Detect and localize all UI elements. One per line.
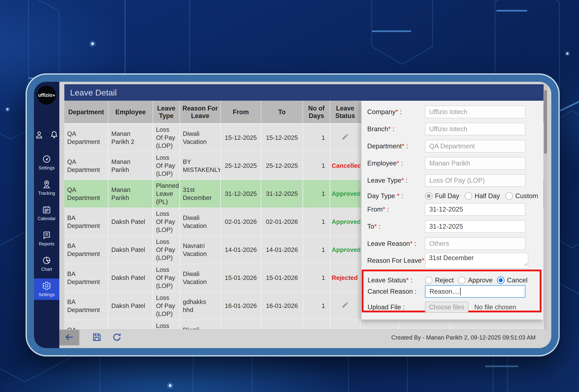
employee-field: Manan Parikh [425, 157, 525, 169]
edit-pencil-icon[interactable] [342, 303, 349, 310]
column-header: To [261, 101, 303, 124]
gear-icon [42, 281, 51, 290]
sidebar-item-settings-dashboard[interactable]: Settings [34, 152, 59, 173]
cell: 14-01-2026 [221, 236, 261, 264]
to-label: To* : [367, 223, 380, 230]
cell: Loss Of Pay (LOP) [153, 208, 180, 236]
column-header: Department [64, 101, 108, 124]
cell: Diwali Vacation [180, 320, 221, 329]
leave-status-cell: Approved [330, 180, 361, 208]
cell: Manan Parikh 2 [108, 124, 153, 152]
cell: 1 [303, 152, 330, 180]
required-asterisk: * [397, 160, 399, 167]
cell: Navratri Vacation [180, 236, 221, 264]
leave-status-cell: Cancelled [330, 152, 361, 180]
cancel-reason-row: Cancel Reason : Reason.... [363, 285, 540, 298]
sidebar-item-chart[interactable]: Chart [34, 253, 59, 275]
cell: Diwali Vacation [180, 208, 221, 236]
sidebar-item-calendar[interactable]: Calendar [34, 202, 59, 224]
day-type-radio-group: Full Day Half Day Custom [425, 191, 538, 201]
cell: Daksh Patel [108, 292, 153, 320]
sidebar-item-label: Reports [39, 241, 55, 246]
cell: Loss Of Pay (LOP) [153, 264, 180, 292]
cell: Daksh Patel [108, 236, 153, 264]
leave-reason-row: Leave Reason* : Others [361, 237, 543, 250]
cell: 15-01-2026 [221, 264, 261, 292]
back-button[interactable] [59, 330, 79, 345]
column-header: Leave Status [330, 101, 361, 124]
leave-status-cell[interactable] [330, 292, 361, 320]
required-asterisk: * [388, 125, 391, 133]
column-header: Reason For Leave [180, 101, 221, 124]
leave-status-option-reject[interactable]: Reject [425, 277, 454, 284]
cell: 1 [303, 236, 330, 264]
leave-status-option-approve[interactable]: Approve [458, 277, 493, 284]
day-type-option-half-day[interactable]: Half Day [465, 192, 500, 200]
logo-arrow-icon: » [53, 93, 55, 98]
sidebar-item-reports[interactable]: Reports [34, 228, 59, 249]
required-asterisk: * [406, 277, 409, 284]
cancel-reason-input[interactable]: Reason.... [425, 285, 525, 298]
leave-status-cell: Approved [330, 236, 361, 264]
resize-handle-icon[interactable] [524, 260, 527, 268]
sidebar-item-settings[interactable]: Settings [34, 279, 59, 300]
leave-status-option-cancel[interactable]: Cancel [497, 277, 527, 284]
cell [261, 320, 303, 329]
cell-hidden [450, 320, 545, 329]
app-window: uffizio» Settings [27, 75, 559, 355]
from-label: From* : [367, 206, 389, 213]
cell: Planned Leave (PL) [153, 180, 180, 208]
page-title: Leave Detail [70, 88, 117, 98]
branch-label: Branch* : [367, 125, 394, 133]
cell: 16-01-2026 [261, 292, 303, 320]
from-row: From* : 31-12-2025 [361, 203, 543, 216]
to-date-field[interactable]: 31-12-2025 [425, 220, 525, 233]
refresh-button[interactable] [107, 330, 127, 345]
required-asterisk: * [397, 192, 399, 200]
cancel-reason-label: Cancel Reason : [367, 288, 417, 295]
save-button[interactable] [87, 330, 107, 345]
column-header: Employee [108, 101, 153, 124]
cell: 1 [303, 208, 330, 236]
sidebar-item-tracking[interactable]: Tracking [34, 177, 59, 199]
choose-files-button[interactable]: Choose files [425, 302, 468, 313]
cell: Loss Of Pay (LOP) [153, 320, 180, 329]
cell: 1 [303, 292, 330, 320]
reason-for-leave-textarea[interactable]: 31st December [425, 253, 528, 269]
department-label: Department* : [367, 142, 408, 150]
sidebar-nav: Settings Tracking Calendar [34, 152, 59, 300]
app-window-inner: uffizio» Settings [34, 82, 551, 348]
cell: BA Department [64, 236, 108, 264]
cell: BA Department [64, 208, 108, 236]
radio-icon [425, 277, 433, 284]
cell: 15-01-2026 [261, 264, 303, 292]
sidebar-account-row [34, 130, 59, 140]
user-icon[interactable] [34, 130, 44, 140]
cell: QA Department [64, 124, 108, 152]
day-type-option-full-day[interactable]: Full Day [425, 192, 459, 200]
leave-type-row: Leave Type* : Loss Of Pay (LOP) [361, 174, 543, 187]
required-asterisk: * [402, 142, 404, 150]
radio-icon [465, 192, 472, 200]
vertical-scrollbar-thumb[interactable] [544, 90, 547, 154]
sidebar-item-label: Settings [39, 292, 55, 297]
cell [221, 320, 261, 329]
day-type-label: Day Type * : [367, 192, 403, 200]
from-date-field[interactable]: 31-12-2025 [425, 203, 525, 216]
refresh-icon [112, 332, 122, 343]
cell: Loss Of Pay (LOP) [153, 292, 180, 320]
cell: BA Department [64, 292, 108, 320]
upload-file-row: Upload File : Choose files No file chose… [363, 302, 540, 313]
leave-status-cell[interactable] [330, 124, 361, 152]
cell: 02-01-2026 [221, 208, 261, 236]
speedometer-icon [42, 154, 51, 164]
cell: 31-12-2025 [261, 180, 303, 208]
bell-icon[interactable] [49, 130, 59, 140]
table-row[interactable]: QA DepartmentVishal PatelLoss Of Pay (LO… [64, 320, 545, 329]
report-icon [42, 230, 51, 240]
day-type-option-custom[interactable]: Custom [505, 192, 538, 200]
leave-status-cell[interactable] [330, 320, 361, 329]
required-asterisk: * [395, 108, 398, 115]
text-cursor [460, 287, 461, 295]
edit-pencil-icon[interactable] [342, 135, 349, 142]
